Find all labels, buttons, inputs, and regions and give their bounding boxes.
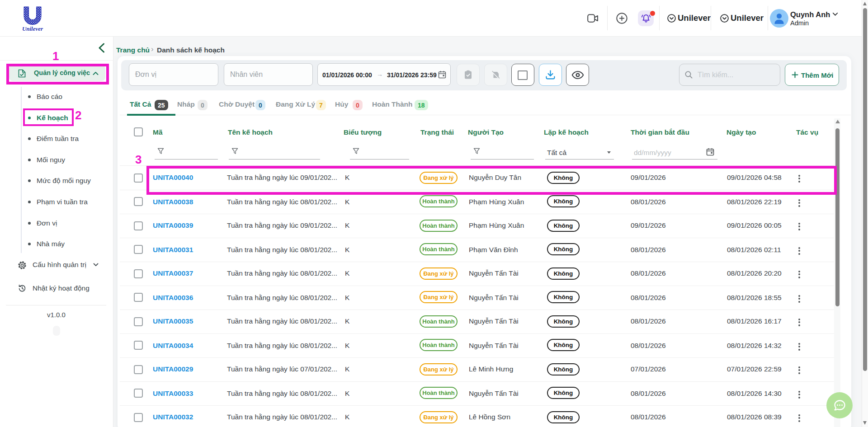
svg-text:Unilever: Unilever [22, 25, 43, 32]
